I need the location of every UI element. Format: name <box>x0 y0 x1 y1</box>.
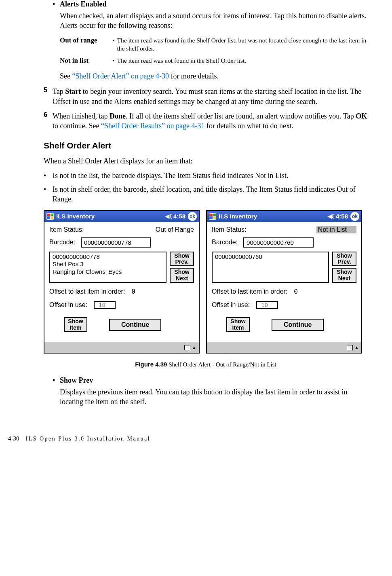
ok-button[interactable]: ok <box>350 212 359 221</box>
show-prev-button[interactable]: Show Prev. <box>170 252 194 267</box>
windows-logo-icon[interactable] <box>209 213 216 220</box>
continue-button[interactable]: Continue <box>272 319 324 331</box>
bullet-dot-icon: • <box>53 376 60 385</box>
see-more-para: See “Shelf Order Alert” on page 4-30 for… <box>60 71 368 81</box>
figure-text: Shelf Order Alert - Out of Range/Not in … <box>167 361 276 368</box>
shelf-order-alert-heading: Shelf Order Alert <box>44 141 368 150</box>
titlebar: ILS Inventory ◀ξ 4:58 ok <box>44 211 199 222</box>
text: for more details. <box>169 72 219 80</box>
alerts-enabled-para: When checked, an alert displays and a so… <box>60 11 368 31</box>
show-next-button[interactable]: Show Next <box>332 268 356 283</box>
list-item-not-in-list: • Is not in the list, the barcode displa… <box>44 171 368 180</box>
offset-last-label: Offset to last item in order: <box>212 288 287 295</box>
offset-inuse-field[interactable]: 10 <box>94 301 116 309</box>
offset-last-value: 0 <box>131 288 135 295</box>
alerts-enabled-heading: Alerts Enabled <box>60 0 107 8</box>
start-keyword: Start <box>65 87 81 95</box>
barcode-label: Barcode: <box>212 239 238 246</box>
shelf-order-alert-link[interactable]: “Shelf Order Alert” on page 4-30 <box>72 72 169 80</box>
item-details-box: 00000000000778 Shelf Pos 3 Ranging for C… <box>49 252 166 283</box>
text: for details on what to do next. <box>204 122 293 130</box>
section-intro: When a Shelf Order Alert displays for an… <box>44 156 368 166</box>
text: See <box>60 72 72 80</box>
offset-inuse-label: Offset in use: <box>212 301 250 309</box>
screenshot-not-in-list: ILS Inventory ◀ξ 4:58 ok Item Status: No… <box>206 210 362 354</box>
app-title: ILS Inventory <box>56 213 165 220</box>
taskbar: ::::: ▲ <box>207 342 361 353</box>
text: to begin your inventory search. You must… <box>53 87 361 105</box>
item-status-row: Item Status: Out of Range <box>49 226 194 233</box>
step-body: Tap Start to begin your inventory search… <box>53 87 368 106</box>
screenshot-out-of-range: ILS Inventory ◀ξ 4:58 ok Item Status: Ou… <box>44 210 200 354</box>
volume-icon[interactable]: ◀ξ <box>165 213 172 219</box>
step-number: 6 <box>44 111 53 131</box>
bullet-dot-icon: • <box>112 36 114 53</box>
step-number: 5 <box>44 87 53 106</box>
figure-label: Figure 4.39 <box>135 361 167 368</box>
text: When finished, tap <box>53 112 110 120</box>
alerts-enabled-bullet: • Alerts Enabled <box>53 0 368 8</box>
item-status-value: Out of Range <box>156 226 194 233</box>
arrow-up-icon[interactable]: ▲ <box>354 345 359 350</box>
keyboard-icon[interactable]: ::::: <box>184 345 190 350</box>
app-title: ILS Inventory <box>219 213 328 220</box>
offset-last-label: Offset to last item in order: <box>49 288 125 295</box>
step-body: When finished, tap Done. If all of the i… <box>53 111 368 131</box>
item-details-box: 00000000000760 <box>212 252 329 283</box>
barcode-field[interactable]: 00000000000760 <box>243 237 314 248</box>
alert-row-out-of-range: Out of range • The item read was found i… <box>60 36 368 53</box>
ok-button[interactable]: ok <box>188 212 197 221</box>
ok-keyword: OK <box>356 112 367 120</box>
show-prev-para: Displays the previous item read. You can… <box>60 387 368 407</box>
shelf-order-results-link[interactable]: “Shelf Order Results” on page 4-31 <box>101 122 204 130</box>
detail-line: 00000000000760 <box>215 253 326 261</box>
show-item-button[interactable]: Show Item <box>226 317 250 332</box>
alert-desc: • The item read was found in the Shelf O… <box>112 36 368 53</box>
barcode-field[interactable]: 00000000000778 <box>81 237 151 248</box>
bullet-dot-icon: • <box>44 184 53 204</box>
show-prev-heading: Show Prev <box>60 376 93 385</box>
barcode-row: Barcode: 00000000000760 <box>212 237 356 248</box>
keyboard-icon[interactable]: ::::: <box>347 345 353 350</box>
continue-button[interactable]: Continue <box>109 319 161 331</box>
windows-logo-icon[interactable] <box>46 213 54 220</box>
offset-inuse-label: Offset in use: <box>49 301 87 309</box>
page-number: 4-30 <box>8 435 19 442</box>
clock: 4:58 <box>173 213 185 220</box>
list-text: Is not in shelf order, the barcode, shel… <box>53 184 368 204</box>
list-item-out-of-range: • Is not in shelf order, the barcode, sh… <box>44 184 368 204</box>
alert-reason-table: Out of range • The item read was found i… <box>60 36 368 65</box>
done-keyword: Done <box>110 112 126 120</box>
barcode-label: Barcode: <box>49 239 75 246</box>
alert-term: Out of range <box>60 36 112 53</box>
offset-last-value: 0 <box>294 288 298 295</box>
bullet-dot-icon: • <box>44 171 53 180</box>
detail-line: Shelf Pos 3 <box>53 260 163 268</box>
alert-desc: • The item read was not found in the She… <box>112 57 246 65</box>
alert-row-not-in-list: Not in list • The item read was not foun… <box>60 57 368 65</box>
bullet-dot-icon: • <box>53 0 60 8</box>
offset-inuse-field[interactable]: 10 <box>256 301 278 309</box>
text: to continue. See <box>53 122 101 130</box>
item-status-label: Item Status: <box>49 226 84 233</box>
text: . If all of the items shelf order list a… <box>126 112 356 120</box>
arrow-up-icon[interactable]: ▲ <box>192 345 196 350</box>
clock: 4:58 <box>336 213 348 220</box>
offset-inuse-row: Offset in use: 10 <box>212 301 356 309</box>
step-5: 5 Tap Start to begin your inventory sear… <box>53 87 368 106</box>
show-next-button[interactable]: Show Next <box>170 268 194 283</box>
screenshot-pair: ILS Inventory ◀ξ 4:58 ok Item Status: Ou… <box>44 210 368 354</box>
offset-last-row: Offset to last item in order: 0 <box>49 288 194 295</box>
page-footer: 4-30 ILS Open Plus 3.0 Installation Manu… <box>8 435 368 442</box>
figure-caption: Figure 4.39 Shelf Order Alert - Out of R… <box>44 361 368 368</box>
show-prev-bullet: • Show Prev <box>53 376 368 385</box>
alert-desc-text: The item read was found in the Shelf Ord… <box>117 36 368 53</box>
show-item-button[interactable]: Show Item <box>64 317 87 332</box>
step-6: 6 When finished, tap Done. If all of the… <box>53 111 368 131</box>
detail-line: Ranging for Clowns' Eyes <box>53 268 163 276</box>
show-prev-button[interactable]: Show Prev. <box>332 252 356 267</box>
footer-title: ILS Open Plus 3.0 Installation Manual <box>26 436 151 442</box>
offset-last-row: Offset to last item in order: 0 <box>212 288 356 295</box>
volume-icon[interactable]: ◀ξ <box>328 213 334 219</box>
titlebar: ILS Inventory ◀ξ 4:58 ok <box>207 211 361 222</box>
